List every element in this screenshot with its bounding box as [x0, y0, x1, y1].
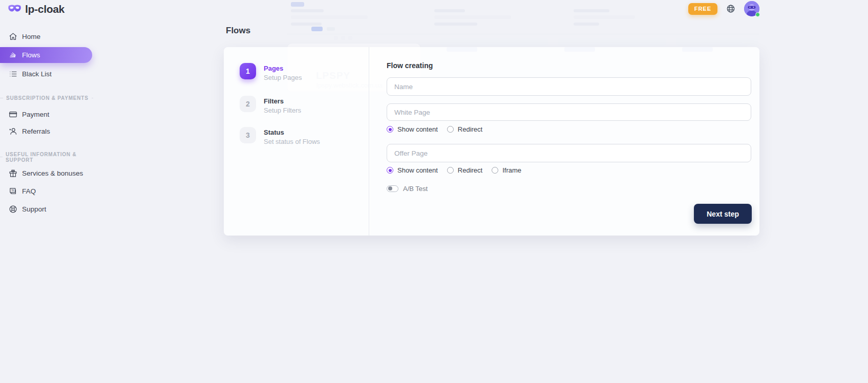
- sidebar-section-label: USEFUL INFORMATION & SUPPORT: [0, 154, 93, 160]
- sidebar-item-label: Black List: [22, 70, 52, 78]
- home-icon: [9, 32, 17, 41]
- radio-label: Show content: [397, 166, 438, 174]
- next-step-button[interactable]: Next step: [694, 204, 752, 224]
- ab-test-row: A/B Test: [387, 185, 751, 193]
- plan-badge-button[interactable]: FREE: [688, 3, 717, 15]
- step-pages[interactable]: 1 Pages Setup Pages: [240, 63, 302, 81]
- sidebar-item-label: Referrals: [22, 127, 50, 135]
- radio-label: Redirect: [458, 125, 482, 133]
- step-title: Filters: [264, 97, 301, 105]
- modal-title: Flow creating: [387, 61, 751, 70]
- sidebar-item-label: FAQ: [22, 187, 36, 195]
- sidebar-section-label: SUBSCRIPTION & PAYMENTS: [0, 95, 93, 101]
- user-avatar[interactable]: [744, 1, 759, 16]
- step-status[interactable]: 3 Status Set status of Flows: [240, 127, 320, 145]
- white-page-show-content-radio[interactable]: Show content: [387, 125, 438, 133]
- ab-test-toggle[interactable]: [387, 185, 398, 192]
- step-title: Pages: [264, 65, 302, 72]
- radio-label: Iframe: [502, 166, 521, 174]
- sidebar: lp-cloak Home Flows Black List: [0, 0, 93, 383]
- step-number-badge: 3: [240, 127, 256, 143]
- sidebar-item-faq[interactable]: ?! FAQ: [0, 183, 93, 199]
- radio-label: Show content: [397, 125, 438, 133]
- flows-icon: [9, 51, 17, 59]
- sidebar-item-flows[interactable]: Flows: [0, 47, 92, 63]
- logo-text: lp-cloak: [25, 3, 65, 15]
- gift-icon: [9, 169, 17, 178]
- sidebar-nav: Home Flows Black List SUBSCRIPTION & PAY…: [0, 29, 93, 217]
- flow-creating-modal: 1 Pages Setup Pages 2 Filters Setup Filt…: [224, 47, 759, 236]
- radio-icon: [447, 126, 454, 133]
- sidebar-item-payment[interactable]: Payment: [0, 107, 93, 122]
- ab-test-label: A/B Test: [403, 185, 428, 193]
- mask-logo-icon: [8, 4, 22, 15]
- white-page-input[interactable]: [387, 103, 751, 121]
- app-page: LPSPY lpspy.webstick.com.ua Flows lp-clo…: [0, 0, 868, 383]
- step-number-badge: 1: [240, 63, 256, 79]
- sidebar-item-label: Payment: [22, 111, 49, 118]
- offer-page-options: Show content Redirect Iframe: [387, 166, 751, 174]
- page-title: Flows: [226, 26, 250, 36]
- flow-name-input[interactable]: [387, 77, 751, 96]
- sidebar-item-home[interactable]: Home: [0, 29, 93, 44]
- online-status-dot: [755, 12, 760, 17]
- blacklist-icon: [9, 70, 17, 78]
- sidebar-item-services-bonuses[interactable]: Services & bonuses: [0, 165, 93, 181]
- offer-page-iframe-radio[interactable]: Iframe: [492, 166, 521, 174]
- sidebar-item-support[interactable]: Support: [0, 201, 93, 217]
- step-title: Status: [264, 129, 320, 136]
- payment-icon: [9, 110, 17, 119]
- sidebar-item-label: Flows: [22, 51, 40, 59]
- sidebar-item-referrals[interactable]: Referrals: [0, 123, 93, 139]
- referrals-icon: [9, 127, 17, 136]
- white-page-redirect-radio[interactable]: Redirect: [447, 125, 482, 133]
- radio-icon: [447, 167, 454, 174]
- logo[interactable]: lp-cloak: [8, 3, 65, 15]
- step-subtitle: Setup Filters: [264, 107, 301, 114]
- support-icon: [9, 205, 17, 214]
- globe-icon: [726, 4, 735, 13]
- header-actions: FREE: [688, 1, 759, 16]
- radio-icon: [387, 126, 393, 133]
- svg-text:?!: ?!: [11, 188, 14, 192]
- radio-label: Redirect: [458, 166, 482, 174]
- radio-icon: [387, 167, 393, 174]
- radio-icon: [492, 167, 498, 174]
- offer-page-redirect-radio[interactable]: Redirect: [447, 166, 482, 174]
- sidebar-item-label: Services & bonuses: [22, 169, 83, 177]
- sidebar-item-black-list[interactable]: Black List: [0, 66, 93, 81]
- step-subtitle: Setup Pages: [264, 74, 302, 81]
- step-filters[interactable]: 2 Filters Setup Filters: [240, 96, 301, 114]
- faq-icon: ?!: [9, 187, 17, 196]
- offer-page-input[interactable]: [387, 144, 751, 162]
- stepper: 1 Pages Setup Pages 2 Filters Setup Filt…: [224, 47, 369, 236]
- white-page-options: Show content Redirect: [387, 125, 751, 133]
- sidebar-item-label: Home: [22, 33, 40, 40]
- step-subtitle: Set status of Flows: [264, 138, 320, 145]
- ghost-chip: [291, 2, 304, 7]
- flow-form: Flow creating Show content Redirect Show…: [370, 47, 759, 236]
- sidebar-item-label: Support: [22, 205, 46, 213]
- language-globe-button[interactable]: [726, 4, 735, 13]
- offer-page-show-content-radio[interactable]: Show content: [387, 166, 438, 174]
- step-number-badge: 2: [240, 96, 256, 112]
